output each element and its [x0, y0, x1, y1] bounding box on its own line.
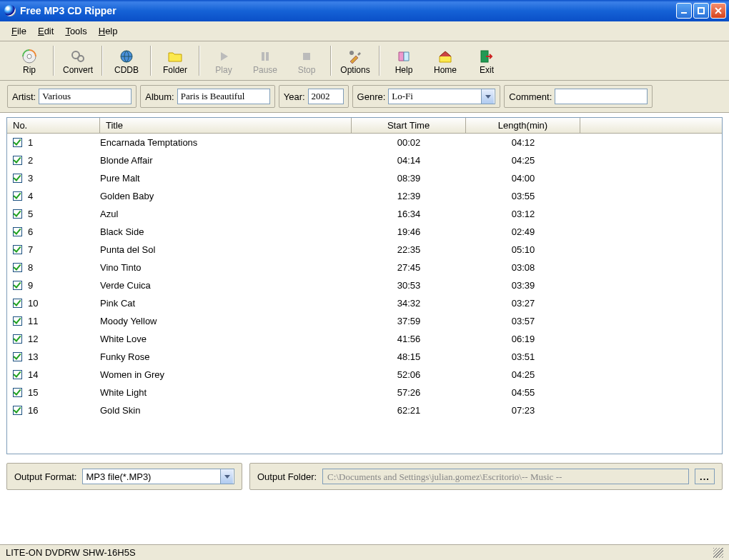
track-row[interactable]: 12White Love41:5606:19 [7, 330, 722, 348]
folder-button[interactable]: Folder [154, 44, 196, 79]
track-row[interactable]: 2Blonde Affair04:1404:25 [7, 151, 722, 169]
track-checkbox[interactable] [13, 316, 22, 326]
chevron-down-icon[interactable] [481, 89, 494, 104]
maximize-button[interactable] [693, 3, 709, 19]
track-no: 1 [28, 137, 33, 148]
track-title: Vino Tinto [100, 262, 352, 273]
column-start[interactable]: Start Time [352, 118, 466, 133]
track-checkbox[interactable] [13, 156, 22, 165]
year-input[interactable] [308, 89, 344, 104]
track-row[interactable]: 16Gold Skin62:2107:23 [7, 401, 722, 419]
menu-edit[interactable]: Edit [32, 24, 59, 39]
track-checkbox[interactable] [13, 209, 22, 219]
exit-icon [479, 49, 495, 64]
home-icon [437, 49, 453, 64]
track-row[interactable]: 1Encarnada Temptations00:0204:12 [7, 134, 722, 151]
track-row[interactable]: 15White Light57:2604:55 [7, 384, 722, 401]
track-start: 52:06 [352, 369, 466, 380]
output-format-combo[interactable]: MP3 file(*.MP3) [82, 469, 234, 484]
track-row[interactable]: 13Funky Rose48:1503:51 [7, 348, 722, 366]
track-row[interactable]: 8Vino Tinto27:4503:08 [7, 259, 722, 276]
output-format-label: Output Format: [14, 471, 76, 482]
track-no: 7 [28, 244, 33, 255]
track-start: 41:56 [352, 334, 466, 344]
gears-icon [70, 49, 86, 64]
output-folder-label: Output Folder: [257, 471, 317, 482]
play-label: Play [215, 65, 232, 75]
track-no: 5 [28, 209, 33, 219]
track-checkbox[interactable] [13, 406, 22, 415]
track-no: 4 [28, 191, 33, 201]
track-checkbox[interactable] [13, 174, 22, 183]
close-button[interactable] [710, 3, 726, 19]
album-label: Album: [145, 91, 174, 102]
column-no[interactable]: No. [7, 118, 100, 133]
track-start: 34:32 [352, 298, 466, 309]
track-start: 00:02 [352, 137, 466, 148]
track-row[interactable]: 6Black Side19:4602:49 [7, 223, 722, 241]
track-length: 05:10 [466, 244, 580, 255]
track-row[interactable]: 14Women in Grey52:0604:25 [7, 366, 722, 384]
output-bar: Output Format: MP3 file(*.MP3) Output Fo… [6, 463, 723, 490]
track-length: 03:08 [466, 262, 580, 273]
column-title[interactable]: Title [100, 118, 352, 133]
track-length: 03:57 [466, 316, 580, 326]
track-checkbox[interactable] [13, 299, 22, 308]
track-row[interactable]: 7Punta del Sol22:3505:10 [7, 241, 722, 259]
genre-combo[interactable]: Lo-Fi [388, 89, 495, 104]
play-button: Play [203, 44, 244, 79]
track-checkbox[interactable] [13, 138, 22, 147]
column-length[interactable]: Length(min) [466, 118, 580, 133]
track-length: 07:23 [466, 405, 580, 416]
track-checkbox[interactable] [13, 281, 22, 290]
track-row[interactable]: 3Pure Malt08:3904:00 [7, 169, 722, 187]
chevron-down-icon[interactable] [220, 469, 233, 484]
track-start: 08:39 [352, 173, 466, 184]
track-checkbox[interactable] [13, 191, 22, 201]
options-button[interactable]: Options [334, 44, 376, 79]
track-checkbox[interactable] [13, 263, 22, 272]
track-no: 16 [28, 405, 38, 416]
track-row[interactable]: 4Golden Baby12:3903:55 [7, 187, 722, 205]
track-checkbox[interactable] [13, 245, 22, 254]
pause-icon [257, 49, 273, 64]
track-checkbox[interactable] [13, 388, 22, 397]
separator [101, 46, 103, 76]
svg-rect-1 [698, 8, 704, 14]
cddb-button[interactable]: CDDB [106, 44, 147, 79]
menu-help[interactable]: Help [93, 24, 124, 39]
rip-button[interactable]: Rip [9, 44, 50, 79]
track-row[interactable]: 9Verde Cuica30:5303:39 [7, 276, 722, 294]
album-input[interactable] [177, 89, 270, 104]
resize-grip-icon[interactable] [713, 548, 723, 558]
track-checkbox[interactable] [13, 352, 22, 361]
artist-input[interactable] [39, 89, 132, 104]
separator [330, 46, 332, 76]
track-header: No. Title Start Time Length(min) [7, 118, 722, 134]
menu-tools[interactable]: Tools [59, 24, 92, 39]
convert-button[interactable]: Convert [57, 44, 99, 79]
track-start: 12:39 [352, 191, 466, 201]
help-button[interactable]: Help [383, 44, 425, 79]
minimize-button[interactable] [676, 3, 692, 19]
browse-button[interactable]: ... [695, 469, 715, 484]
track-checkbox[interactable] [13, 227, 22, 236]
track-row[interactable]: 10Pink Cat34:3203:27 [7, 294, 722, 312]
menu-file[interactable]: File [6, 24, 32, 39]
track-title: Pure Malt [100, 173, 352, 184]
track-checkbox[interactable] [13, 370, 22, 379]
home-button[interactable]: Home [425, 44, 466, 79]
exit-button[interactable]: Exit [466, 44, 507, 79]
comment-input[interactable] [555, 89, 648, 104]
output-folder-input[interactable]: C:\Documents and Settings\julian.gomez\E… [322, 469, 689, 484]
track-no: 9 [28, 280, 33, 291]
track-row[interactable]: 11Moody Yellow37:5903:57 [7, 312, 722, 330]
track-length: 06:19 [466, 334, 580, 344]
stop-button: Stop [286, 44, 327, 79]
track-checkbox[interactable] [13, 334, 22, 344]
track-start: 27:45 [352, 262, 466, 273]
separator [199, 46, 200, 76]
track-start: 22:35 [352, 244, 466, 255]
track-no: 13 [28, 351, 38, 362]
track-row[interactable]: 5Azul16:3403:12 [7, 205, 722, 223]
